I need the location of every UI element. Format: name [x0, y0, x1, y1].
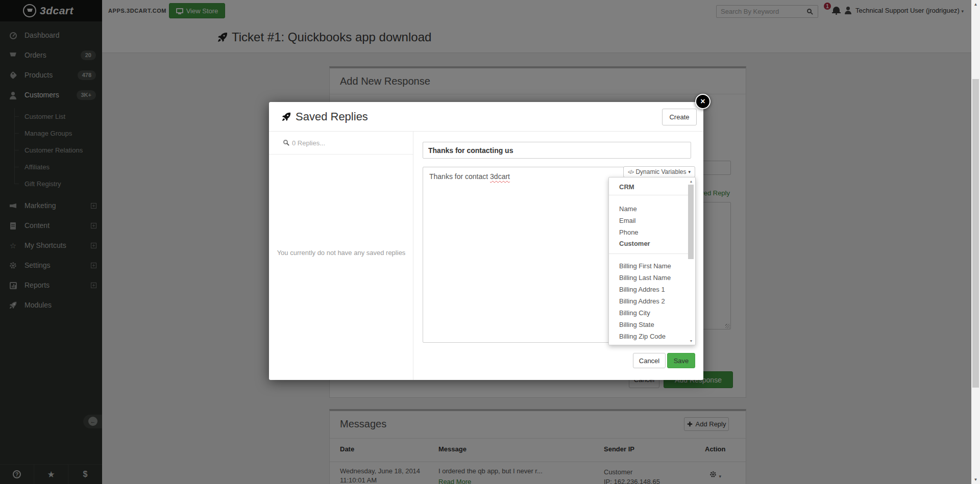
create-button[interactable]: Create: [662, 109, 697, 125]
divider: [609, 253, 688, 254]
dropdown-item[interactable]: Billing Addres 1: [609, 284, 688, 295]
modal-cancel-button[interactable]: Cancel: [633, 353, 666, 368]
modal-header: Saved Replies Create: [269, 102, 703, 132]
dropdown-list: CRM Name Email Phone Customer Billing Fi…: [609, 177, 688, 345]
dropdown-item[interactable]: Email: [609, 215, 688, 226]
reply-body-text: Thanks for contact: [429, 172, 490, 181]
code-icon: </>: [628, 169, 633, 175]
search-icon: [283, 140, 288, 144]
divider: [609, 195, 688, 195]
modal-title: Saved Replies: [296, 102, 368, 132]
dropdown-item[interactable]: Billing State: [609, 319, 688, 330]
dropdown-item[interactable]: Billing Last Name: [609, 272, 688, 284]
dropdown-item[interactable]: Billing City: [609, 307, 688, 319]
reply-title-input[interactable]: [423, 142, 691, 159]
create-label: Create: [669, 113, 689, 121]
page-scrollbar[interactable]: ▲ ▼: [971, 0, 980, 484]
dropdown-scrollbar[interactable]: ▲ ▼: [688, 179, 694, 344]
scroll-up-arrow[interactable]: ▲: [688, 180, 694, 183]
dropdown-section-header: Customer: [609, 238, 688, 249]
cancel-label: Cancel: [639, 357, 659, 365]
replies-search: [269, 132, 413, 155]
dynamic-variables-dropdown: CRM Name Email Phone Customer Billing Fi…: [608, 177, 696, 345]
dropdown-item[interactable]: Billing Addres 2: [609, 295, 688, 307]
dropdown-item[interactable]: Name: [609, 203, 688, 215]
close-icon: ×: [700, 97, 705, 106]
dropdown-item[interactable]: Shipping First Name: [609, 342, 688, 345]
scrollbar-thumb[interactable]: [688, 185, 694, 259]
replies-search-input[interactable]: [292, 137, 404, 148]
scroll-down-arrow[interactable]: ▼: [971, 477, 980, 482]
save-label: Save: [674, 357, 689, 365]
dropdown-item[interactable]: Phone: [609, 226, 688, 238]
dropdown-item[interactable]: Billing First Name: [609, 260, 688, 272]
dropdown-section-header: CRM: [609, 182, 688, 193]
dropdown-item[interactable]: Billing Zip Code: [609, 330, 688, 342]
dynamic-variables-button[interactable]: </> Dynamic Variables ▾: [623, 166, 695, 177]
scroll-down-arrow[interactable]: ▼: [688, 339, 694, 343]
scrollbar-thumb[interactable]: [972, 79, 979, 388]
chevron-down-icon: ▾: [689, 169, 691, 174]
rocket-icon: [282, 112, 291, 121]
modal-close-button[interactable]: ×: [695, 94, 710, 109]
misspelled-word: 3dcart: [490, 172, 510, 181]
modal-save-button[interactable]: Save: [667, 353, 695, 368]
scroll-up-arrow[interactable]: ▲: [971, 2, 980, 7]
empty-state-text: You currently do not have any saved repl…: [269, 249, 413, 257]
saved-replies-list-pane: You currently do not have any saved repl…: [269, 132, 413, 380]
dynamic-variables-label: Dynamic Variables: [635, 168, 686, 175]
